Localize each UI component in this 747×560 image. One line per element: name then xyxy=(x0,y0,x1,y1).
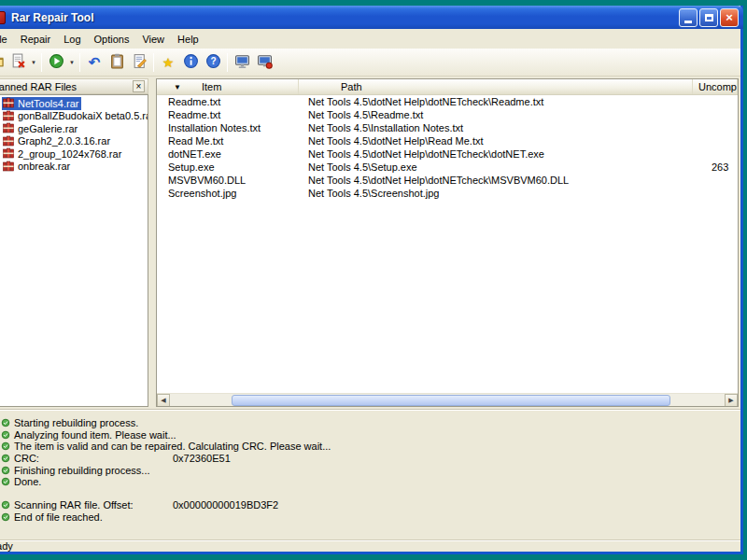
table-row[interactable]: MSVBVM60.DLLNet Tools 4.5\dotNet Help\do… xyxy=(157,174,738,187)
log-text: Finishing rebuilding process... xyxy=(14,465,150,476)
file-remove-icon xyxy=(10,53,26,71)
rar-file-item[interactable]: NetTools4.rar xyxy=(2,97,81,110)
horizontal-scrollbar[interactable]: ◀ ▶ xyxy=(157,393,738,406)
rar-file-name: 2_group_1024x768.rar xyxy=(18,148,121,160)
menu-log[interactable]: Log xyxy=(57,31,87,48)
table-row[interactable]: dotNET.exeNet Tools 4.5\dotNet Help\dotN… xyxy=(157,147,738,161)
start-repair-button[interactable] xyxy=(45,51,67,74)
menu-view[interactable]: View xyxy=(135,31,171,48)
scrollbar-thumb[interactable] xyxy=(232,395,670,406)
log-line: End of file reached. xyxy=(1,511,740,524)
rar-file-icon xyxy=(3,97,14,109)
log-item-icon xyxy=(1,477,10,486)
repair-icon xyxy=(49,53,64,71)
log-item-icon xyxy=(1,454,10,463)
panel-header: Scanned RAR Files × xyxy=(0,78,148,94)
close-button[interactable]: × xyxy=(720,8,739,27)
sort-arrow-icon[interactable]: ▼ xyxy=(174,83,181,91)
table-body: Readme.txtNet Tools 4.5\dotNet Help\dotN… xyxy=(157,95,738,393)
rar-file-item[interactable]: Graph2_2.0.3.16.rar xyxy=(2,135,113,148)
log-item-icon xyxy=(1,430,10,440)
minimize-icon xyxy=(684,21,692,23)
preview-button[interactable] xyxy=(231,51,253,74)
wand-icon: ★ xyxy=(162,56,175,69)
log-line: The item is valid and can be repaired. C… xyxy=(1,441,740,453)
exit-button[interactable] xyxy=(253,51,275,74)
column-label-path: Path xyxy=(341,81,362,92)
rar-file-name: Graph2_2.0.3.16.rar xyxy=(18,135,110,147)
scrollbar-track[interactable] xyxy=(170,394,725,407)
scroll-left-icon[interactable]: ◀ xyxy=(157,394,170,407)
cell-path: Net Tools 4.5\Installation Notes.txt xyxy=(299,122,693,133)
remove-file-button[interactable] xyxy=(7,51,29,74)
maximize-button[interactable] xyxy=(699,8,718,27)
cell-item: MSVBVM60.DLL xyxy=(157,175,299,186)
menu-options[interactable]: Options xyxy=(88,31,136,48)
log-line: Done. xyxy=(1,476,740,488)
log-item-icon xyxy=(1,466,10,475)
rar-file-icon xyxy=(3,122,14,134)
menu-file[interactable]: File xyxy=(0,31,14,48)
start-repair-dropdown-icon[interactable]: ▼ xyxy=(67,51,77,74)
log-item-icon xyxy=(1,500,10,510)
rar-file-item[interactable]: gonBallZBudokaiX beta0.5.rar xyxy=(2,110,148,123)
rar-file-item[interactable]: 2_group_1024x768.rar xyxy=(2,147,124,161)
open-archive-button[interactable] xyxy=(0,51,7,74)
table-row[interactable]: Readme.txtNet Tools 4.5\dotNet Help\dotN… xyxy=(157,95,738,108)
menu-help[interactable]: Help xyxy=(171,31,205,48)
column-header-path[interactable]: Path xyxy=(299,79,693,94)
menu-repair[interactable]: Repair xyxy=(14,31,57,48)
archive-content-table: ▼ Item Path Uncompressed Size Readme.txt… xyxy=(156,78,739,407)
cell-item: Screenshot.jpg xyxy=(157,188,299,199)
rar-file-item[interactable]: onbreak.rar xyxy=(2,161,73,174)
log-value: 0x72360E51 xyxy=(173,453,231,464)
log-text: Starting rebuilding process. xyxy=(14,417,138,428)
folder-icon xyxy=(0,53,4,71)
app-window: Rar Repair Tool × FileRepairLogOptionsVi… xyxy=(0,6,743,554)
toolbar-separator xyxy=(153,53,154,72)
rar-file-list[interactable]: NetTools4.rargonBallZBudokaiX beta0.5.ra… xyxy=(0,94,148,407)
table-row[interactable]: Setup.exeNet Tools 4.5\Setup.exe263 xyxy=(157,161,738,174)
log-text: Analyzing found item. Please wait... xyxy=(14,429,176,441)
rar-file-name: onbreak.rar xyxy=(18,161,70,172)
log-line: Starting rebuilding process. xyxy=(1,417,740,429)
table-row[interactable]: Screenshot.jpgNet Tools 4.5\Screenshot.j… xyxy=(157,187,738,200)
minimize-button[interactable] xyxy=(679,8,698,27)
log-line xyxy=(1,488,740,500)
cell-path: Net Tools 4.5\Screenshot.jpg xyxy=(299,188,693,199)
log-text: CRC: xyxy=(14,453,39,464)
column-header-uncompressed-size[interactable]: Uncompressed Size xyxy=(693,79,738,94)
cell-path: Net Tools 4.5\dotNet Help\dotNETcheck\do… xyxy=(299,148,693,160)
about-button[interactable]: ? xyxy=(202,51,224,74)
remove-file-dropdown-icon[interactable]: ▼ xyxy=(29,51,38,74)
panel-close-icon[interactable]: × xyxy=(133,80,145,92)
rar-file-item[interactable]: geGalerie.rar xyxy=(2,122,80,135)
column-header-item[interactable]: ▼ Item xyxy=(157,79,299,94)
toolbar-separator xyxy=(79,53,80,72)
cell-path: Net Tools 4.5\Readme.txt xyxy=(299,109,693,120)
table-row[interactable]: Installation Notes.txtNet Tools 4.5\Inst… xyxy=(157,121,738,134)
content-area: Scanned RAR Files × NetTools4.rargonBall… xyxy=(0,77,740,409)
log-value: 0x00000000019BD3F2 xyxy=(173,499,278,511)
table-row[interactable]: Read Me.txtNet Tools 4.5\dotNet Help\Rea… xyxy=(157,134,738,147)
toolbar: ▼▼↶★? xyxy=(0,49,740,77)
scanned-files-panel: Scanned RAR Files × NetTools4.rargonBall… xyxy=(0,77,150,409)
log-text: Scanning RAR file. Offset: xyxy=(14,499,134,511)
cell-item: Readme.txt xyxy=(157,96,299,107)
info-icon xyxy=(183,53,199,71)
table-row[interactable]: Readme.txtNet Tools 4.5\Readme.txt xyxy=(157,108,738,121)
log-item-icon xyxy=(1,512,10,522)
cell-path: Net Tools 4.5\dotNet Help\dotNETcheck\Re… xyxy=(299,96,693,107)
scroll-right-icon[interactable]: ▶ xyxy=(725,394,738,407)
view-log-button[interactable] xyxy=(128,51,150,74)
paste-button[interactable] xyxy=(106,51,128,74)
status-bar: Ready xyxy=(0,539,740,552)
undo-button[interactable]: ↶ xyxy=(83,51,106,74)
cell-item: Readme.txt xyxy=(157,109,299,120)
rar-file-icon xyxy=(3,147,14,160)
toolbar-separator xyxy=(41,53,42,72)
title-bar[interactable]: Rar Repair Tool × xyxy=(0,6,743,29)
exit-icon xyxy=(257,53,273,71)
file-info-button[interactable] xyxy=(179,51,202,74)
wizard-button[interactable]: ★ xyxy=(157,51,179,74)
